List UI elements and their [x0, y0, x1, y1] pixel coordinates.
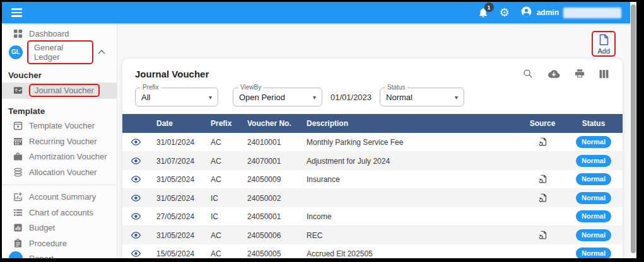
sidebar-item-allocation-voucher[interactable]: Allocation Voucher [2, 164, 117, 180]
status-badge: Normal [576, 248, 611, 258]
allocation-voucher-icon [13, 167, 23, 178]
chevron-down-icon: ▾ [446, 94, 458, 101]
cell-date: 31/05/2024 [149, 231, 211, 240]
sidebar-section-label: Template [2, 99, 117, 118]
column-header-voucher-no: Voucher No. [247, 119, 307, 128]
sidebar-item-budget[interactable]: Budget [2, 220, 117, 236]
cell-description: REC [307, 231, 520, 240]
table-header: Date Prefix Voucher No. Description Sour… [122, 114, 623, 133]
cell-prefix: IC [211, 212, 247, 221]
status-select-label: Status [385, 84, 407, 91]
cell-prefix: IC [211, 194, 247, 203]
sidebar-item-dashboard[interactable]: Dashboard [2, 26, 117, 42]
recurring-voucher-icon [13, 136, 23, 147]
dashboard-icon [13, 28, 23, 39]
procedure-icon [13, 238, 23, 249]
cell-status: Normal [565, 210, 623, 222]
sidebar-item-label: Recurring Voucher [29, 137, 97, 146]
page-title: Journal Voucher [135, 69, 209, 79]
view-voucher-eye-icon[interactable] [131, 232, 141, 239]
amortization-voucher-icon [13, 151, 23, 162]
cell-description: Accrued Elt 202505 [307, 249, 520, 258]
cell-date: 15/05/2024 [149, 249, 211, 258]
table-row[interactable]: 31/05/2024 IC 24050002 Normal [122, 189, 623, 207]
sidebar-item-chart-of-accounts[interactable]: Chart of accounts [2, 205, 117, 220]
cell-date: 31/05/2024 [149, 175, 211, 184]
cell-date: 27/05/2024 [149, 212, 211, 221]
table-row[interactable]: 27/05/2024 IC 24050001 Income Normal [122, 207, 623, 226]
status-badge: Normal [576, 210, 611, 222]
prefix-select[interactable]: Prefix All ▾ [135, 88, 218, 106]
sidebar-item-label: Journal Voucher [35, 86, 94, 95]
view-voucher-eye-icon[interactable] [131, 195, 141, 202]
cell-description: Income [307, 212, 520, 221]
status-select[interactable]: Status Normal ▾ [380, 88, 464, 106]
view-voucher-eye-icon[interactable] [131, 157, 141, 164]
cell-prefix: AC [211, 231, 247, 240]
annotation-box-add: Add [592, 31, 616, 57]
cell-status: Normal [565, 248, 623, 258]
top-bar: 1 ⚙ admin [2, 2, 630, 23]
cell-voucher-no: 24070001 [247, 157, 307, 166]
cell-date: 31/05/2024 [149, 194, 211, 203]
view-voucher-eye-icon[interactable] [131, 213, 141, 220]
table-row[interactable]: 31/07/2024 AC 24070001 Adjustment for Ju… [122, 152, 623, 170]
sidebar-module-label: General Ledger [34, 43, 63, 62]
sidebar-item-label: Budget [29, 223, 55, 232]
status-select-value: Normal [386, 93, 413, 102]
viewby-select-label: ViewBy [238, 84, 264, 91]
chevron-up-icon[interactable] [98, 50, 105, 54]
add-button[interactable]: Add [588, 30, 619, 57]
main-area: Add Journal Voucher [117, 23, 630, 258]
budget-icon [13, 222, 23, 233]
settings-gear-icon[interactable]: ⚙ [500, 7, 510, 18]
add-button-label: Add [597, 47, 610, 55]
cell-status: Normal [565, 155, 623, 166]
sidebar: Dashboard GL General Ledger Voucher Jour… [2, 23, 117, 258]
column-header-date: Date [149, 119, 211, 128]
voucher-table: Date Prefix Voucher No. Description Sour… [122, 114, 623, 258]
table-row[interactable]: 31/05/2024 AC 24050006 REC Normal [122, 226, 623, 244]
template-voucher-icon [13, 120, 23, 131]
cell-status: Normal [565, 192, 623, 203]
user-name-label: admin [537, 8, 559, 17]
journal-voucher-card: Journal Voucher [122, 59, 623, 258]
columns-icon[interactable] [599, 70, 609, 78]
module-avatar: GL [9, 45, 23, 59]
sidebar-item-label: Chart of accounts [29, 208, 93, 217]
cloud-download-icon[interactable] [547, 69, 560, 79]
viewby-select[interactable]: ViewBy Open Period ▾ [233, 88, 322, 106]
source-document-icon [520, 231, 565, 240]
filter-bar: Prefix All ▾ ViewBy Open Period ▾ 01/01/… [122, 88, 623, 106]
table-row[interactable]: 15/05/2024 AC 24050005 Accrued Elt 20250… [122, 244, 623, 258]
print-icon[interactable] [575, 69, 585, 79]
notifications-button[interactable]: 1 [477, 7, 489, 18]
prefix-select-value: All [141, 93, 150, 102]
table-row[interactable]: 31/01/2024 AC 24010001 Monthly Parking S… [122, 133, 623, 152]
view-voucher-eye-icon[interactable] [131, 176, 141, 183]
view-voucher-eye-icon[interactable] [131, 250, 141, 257]
sidebar-item-account-summary[interactable]: Account Summary [2, 190, 117, 205]
cell-prefix: AC [211, 249, 247, 258]
table-row[interactable]: 31/05/2024 AC 24050009 Insurance Normal [122, 170, 623, 189]
search-icon[interactable] [523, 69, 533, 79]
source-document-icon [520, 193, 565, 203]
user-menu[interactable]: admin [520, 6, 621, 20]
scrollbar-thumb[interactable] [631, 4, 636, 253]
sidebar-item-procedure[interactable]: Procedure [2, 236, 117, 251]
viewby-select-value: Open Period [239, 93, 285, 102]
hamburger-menu-icon[interactable] [11, 8, 22, 17]
sidebar-item-recurring-voucher[interactable]: Recurring Voucher [2, 134, 117, 149]
sidebar-item-label: Procedure [29, 239, 67, 248]
sidebar-item-template-voucher[interactable]: Template Voucher [2, 118, 117, 134]
cell-status: Normal [565, 229, 623, 241]
sidebar-module-general-ledger[interactable]: GL General Ledger [2, 42, 117, 63]
sidebar-item-amortization-voucher[interactable]: Amortization Voucher [2, 149, 117, 165]
cell-description: Insurance [307, 175, 520, 184]
cell-status: Normal [565, 136, 623, 147]
status-badge: Normal [576, 229, 611, 241]
redacted-user-detail [563, 8, 621, 18]
view-voucher-eye-icon[interactable] [131, 139, 141, 145]
status-badge: Normal [576, 173, 611, 185]
sidebar-item-journal-voucher[interactable]: Journal Voucher [2, 83, 117, 99]
